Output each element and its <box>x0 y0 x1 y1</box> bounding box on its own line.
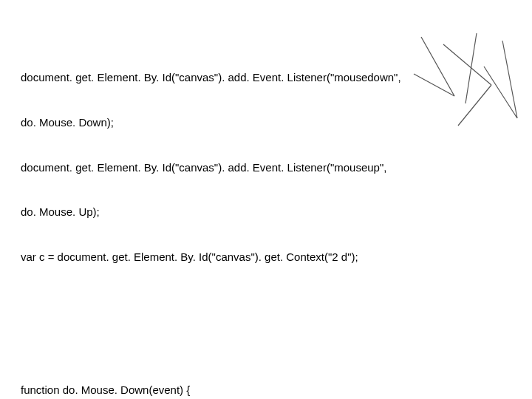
code-line: do. Mouse. Up); <box>21 205 401 219</box>
code-block-mousedown: function do. Mouse. Down(event) { x=even… <box>21 353 401 400</box>
code-line: document. get. Element. By. Id("canvas")… <box>21 160 401 175</box>
code-line: var c = document. get. Element. By. Id("… <box>21 250 401 265</box>
svg-line-4 <box>466 33 477 103</box>
code-listing: document. get. Element. By. Id("canvas")… <box>21 10 401 399</box>
code-block-setup: document. get. Element. By. Id("canvas")… <box>21 41 401 295</box>
code-line: function do. Mouse. Down(event) { <box>21 383 401 398</box>
code-line: document. get. Element. By. Id("canvas")… <box>21 70 401 85</box>
svg-line-2 <box>443 44 491 85</box>
canvas-scribble-illustration <box>406 30 525 133</box>
code-line: do. Mouse. Down); <box>21 115 401 130</box>
svg-line-3 <box>458 85 491 126</box>
